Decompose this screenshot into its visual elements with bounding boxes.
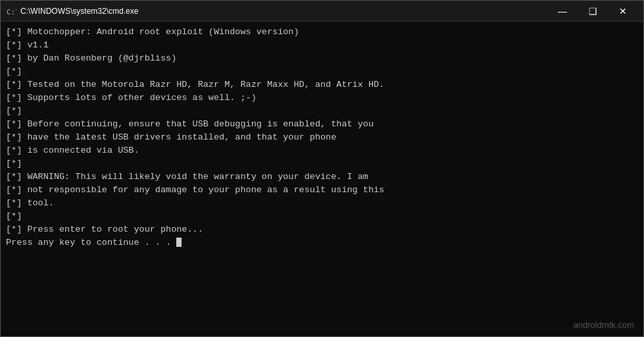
terminal-output: [*] Motochopper: Android root exploit (W… (6, 26, 638, 249)
window-controls: — ❑ ✕ (547, 1, 638, 22)
watermark: androidmtk.com (574, 320, 634, 330)
minimize-button[interactable]: — (547, 1, 578, 22)
close-button[interactable]: ✕ (608, 1, 638, 22)
cursor (176, 238, 182, 247)
terminal-body: [*] Motochopper: Android root exploit (W… (1, 22, 643, 336)
maximize-button[interactable]: ❑ (578, 1, 608, 22)
cmd-icon: C:\ (6, 6, 16, 16)
title-bar: C:\ C:\WINDOWS\system32\cmd.exe — ❑ ✕ (1, 1, 643, 22)
window-title: C:\WINDOWS\system32\cmd.exe (20, 7, 547, 16)
cmd-window: C:\ C:\WINDOWS\system32\cmd.exe — ❑ ✕ [*… (0, 0, 644, 337)
svg-text:C:\: C:\ (7, 8, 16, 16)
